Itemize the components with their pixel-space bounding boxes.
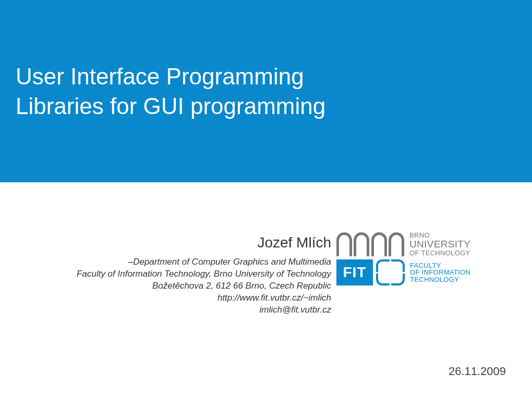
slide-title-line2: Libraries for GUI programming <box>16 91 532 121</box>
university-logo: BRNO UNIVERSITY OF TECHNOLOGY <box>336 232 511 256</box>
university-logo-text: BRNO UNIVERSITY OF TECHNOLOGY <box>409 232 470 256</box>
university-logo-line2: UNIVERSITY <box>409 239 470 250</box>
faculty-line: Faculty of Information Technology, Brno … <box>39 268 331 280</box>
department-prefix: – <box>128 257 133 267</box>
author-name: Jozef Mlích <box>39 234 331 251</box>
slide-title-line1: User Interface Programming <box>16 61 532 91</box>
department-text: Department of Computer Graphics and Mult… <box>133 257 331 267</box>
slide-date: 26.11.2009 <box>449 365 506 378</box>
fit-logo-mark: FIT <box>336 259 373 285</box>
author-info-column: Jozef Mlích –Department of Computer Grap… <box>39 234 331 316</box>
fit-logo-line3: TECHNOLOGY <box>410 276 470 283</box>
fit-logo-text: FACULTY OF INFORMATION TECHNOLOGY <box>410 262 470 283</box>
title-band: User Interface Programming Libraries for… <box>0 0 532 182</box>
url-line: http://www.fit.vutbr.cz/~imlich <box>39 292 331 304</box>
email-line: imlich@fit.vutbr.cz <box>39 304 331 316</box>
logos-column: BRNO UNIVERSITY OF TECHNOLOGY FIT FACULT… <box>336 232 511 285</box>
department-line: –Department of Computer Graphics and Mul… <box>39 256 331 268</box>
fit-logo-grid-icon <box>376 259 405 285</box>
fit-logo-line2: OF INFORMATION <box>410 269 470 276</box>
address-line: Božetěchova 2, 612 66 Brno, Czech Republ… <box>39 280 331 292</box>
fit-logo: FIT FACULTY OF INFORMATION TECHNOLOGY <box>336 259 511 285</box>
lower-section: Jozef Mlích –Department of Computer Grap… <box>0 182 532 398</box>
fit-logo-icon: FIT <box>336 259 405 285</box>
university-logo-icon <box>336 232 404 256</box>
university-logo-line1: BRNO <box>409 232 470 239</box>
university-logo-line3: OF TECHNOLOGY <box>409 250 470 257</box>
fit-logo-line1: FACULTY <box>410 262 470 269</box>
